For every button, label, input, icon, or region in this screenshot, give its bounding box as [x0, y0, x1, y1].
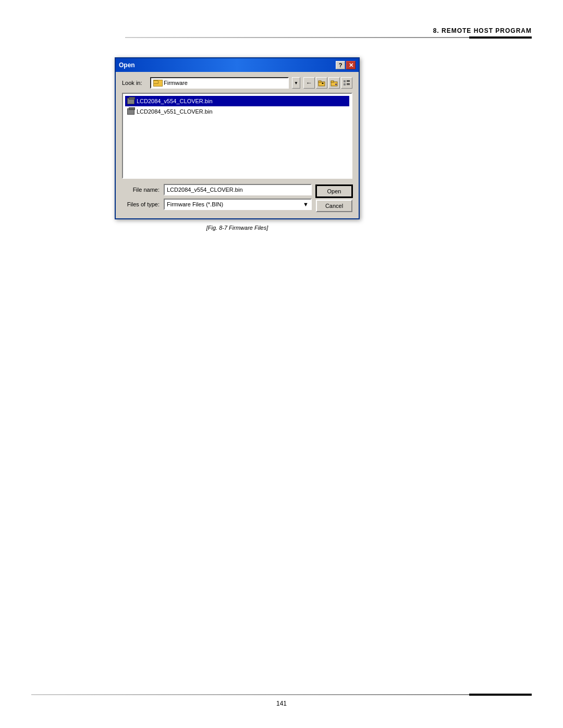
up-folder-button[interactable] [316, 77, 327, 89]
file-name-1: LCD2084_v554_CLOVER.bin [137, 98, 213, 104]
files-of-type-label: Files of type: [122, 201, 160, 207]
page-header: 8. REMOTE HOST PROGRAM [125, 27, 532, 39]
bin-icon-1 [127, 98, 134, 104]
page-number: 141 [31, 700, 532, 707]
svg-text:✦: ✦ [335, 83, 337, 86]
svg-rect-7 [347, 81, 350, 82]
files-of-type-value: Firmware Files (*.BIN) [167, 201, 223, 207]
header-line-gray [125, 37, 469, 38]
close-button[interactable]: ✕ [346, 61, 356, 69]
titlebar-buttons: ? ✕ [336, 61, 356, 69]
open-dialog-wrapper: Open ? ✕ Look in: Firmware ▼ ← [115, 57, 360, 231]
view-button[interactable] [341, 77, 352, 89]
file-item-1[interactable]: LCD2084_v554_CLOVER.bin [125, 96, 349, 106]
look-in-arrow[interactable]: ▼ [292, 77, 300, 89]
select-arrow-icon: ▼ [303, 201, 309, 207]
page-footer: 141 [31, 694, 532, 707]
folder-icon [153, 79, 162, 87]
open-button[interactable]: Open [316, 185, 352, 198]
look-in-row: Look in: Firmware ▼ ← [122, 77, 352, 89]
file-name-input[interactable] [164, 184, 312, 195]
look-in-value: Firmware [164, 80, 286, 86]
chapter-title: 8. REMOTE HOST PROGRAM [433, 27, 532, 34]
svg-rect-1 [319, 81, 321, 82]
svg-rect-8 [344, 83, 346, 85]
footer-line [31, 694, 532, 696]
files-of-type-row: Files of type: Firmware Files (*.BIN) ▼ [122, 199, 312, 210]
files-of-type-select[interactable]: Firmware Files (*.BIN) ▼ [164, 199, 312, 210]
figure-caption: [Fig. 8-7 Firmware Files] [115, 225, 360, 231]
cancel-button[interactable]: Cancel [316, 200, 352, 212]
dialog-buttons: Open Cancel [312, 184, 352, 213]
svg-rect-3 [331, 81, 334, 82]
look-in-label: Look in: [122, 80, 147, 86]
bottom-rows: File name: Files of type: Firmware Files… [122, 184, 352, 213]
new-folder-button[interactable]: ✦ [328, 77, 340, 89]
header-line [125, 36, 532, 39]
file-item-2[interactable]: LCD2084_v551_CLOVER.bin [125, 106, 349, 117]
dialog-title: Open [119, 61, 135, 69]
footer-line-black [469, 694, 532, 696]
svg-rect-5 [344, 80, 346, 82]
file-name-2: LCD2084_v551_CLOVER.bin [137, 108, 213, 115]
footer-line-gray [31, 694, 469, 695]
svg-rect-6 [347, 80, 350, 81]
help-button[interactable]: ? [336, 61, 345, 69]
dialog-titlebar: Open ? ✕ [116, 58, 359, 72]
header-line-black [469, 36, 532, 39]
dialog-body: Look in: Firmware ▼ ← [116, 72, 359, 218]
open-dialog: Open ? ✕ Look in: Firmware ▼ ← [115, 57, 360, 219]
form-area: File name: Files of type: Firmware Files… [122, 184, 312, 213]
file-name-label: File name: [122, 187, 160, 193]
bin-icon-2 [127, 108, 134, 115]
svg-rect-10 [347, 84, 350, 85]
toolbar-icons: ← ✦ [303, 77, 352, 89]
look-in-dropdown[interactable]: Firmware [150, 77, 289, 89]
back-button[interactable]: ← [303, 77, 315, 89]
svg-rect-9 [347, 83, 350, 84]
file-list-area[interactable]: LCD2084_v554_CLOVER.bin LCD2084_v551_CLO… [122, 93, 352, 179]
file-name-row: File name: [122, 184, 312, 195]
